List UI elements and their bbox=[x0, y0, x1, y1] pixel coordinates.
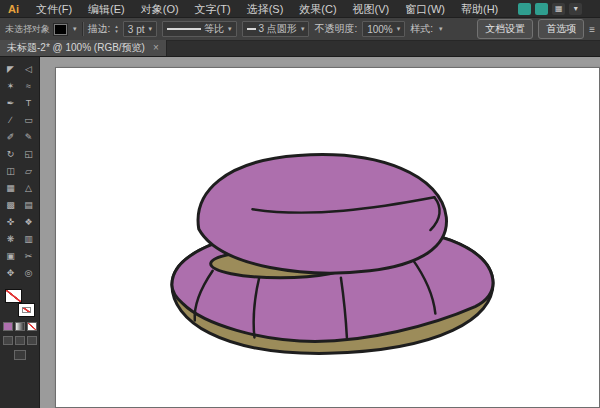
opacity-dropdown[interactable]: 100% ▾ bbox=[362, 21, 405, 37]
gradient-button[interactable] bbox=[15, 322, 25, 331]
rotate-tool[interactable]: ↻ bbox=[2, 145, 20, 162]
color-mode-row bbox=[3, 322, 37, 331]
direct-selection-tool[interactable]: ◁ bbox=[20, 60, 38, 77]
fill-stroke-indicator bbox=[5, 289, 35, 317]
app-logo: Ai bbox=[8, 0, 19, 18]
paintbrush-tool[interactable]: ✐ bbox=[2, 128, 20, 145]
draw-behind-button[interactable] bbox=[15, 336, 25, 345]
type-tool[interactable]: T bbox=[20, 94, 38, 111]
tools-grid: ◤◁✶≈✒T∕▭✐✎↻◱◫▱▦△▩▤✜❖❋▥▣✂✥◎ bbox=[2, 60, 38, 281]
width-tool[interactable]: ◫ bbox=[2, 162, 20, 179]
caret-icon: ▾ bbox=[301, 25, 305, 33]
fill-swatch[interactable] bbox=[5, 289, 22, 303]
brush-definition-dropdown[interactable]: 3 点圆形 ▾ bbox=[242, 21, 310, 37]
stroke-spinner[interactable]: ▴ ▾ bbox=[115, 24, 118, 34]
workspace-caret-icon[interactable]: ▾ bbox=[569, 3, 582, 15]
fill-caret-icon[interactable]: ▾ bbox=[73, 25, 77, 33]
caret-icon: ▾ bbox=[397, 25, 401, 33]
pencil-tool[interactable]: ✎ bbox=[20, 128, 38, 145]
lasso-tool[interactable]: ≈ bbox=[20, 77, 38, 94]
eyedropper-tool[interactable]: ✜ bbox=[2, 213, 20, 230]
document-setup-button[interactable]: 文档设置 bbox=[477, 19, 533, 39]
none-button[interactable] bbox=[27, 322, 37, 331]
style-caret-icon[interactable]: ▾ bbox=[439, 25, 443, 33]
slice-tool[interactable]: ✂ bbox=[20, 247, 38, 264]
stroke-weight-dropdown[interactable]: 3 pt ▾ bbox=[123, 21, 157, 37]
magic-wand-tool[interactable]: ✶ bbox=[2, 77, 20, 94]
brush-preview bbox=[247, 28, 256, 30]
menu-item[interactable]: 视图(V) bbox=[345, 0, 398, 18]
mesh-tool[interactable]: ▩ bbox=[2, 196, 20, 213]
opacity-value: 100% bbox=[367, 24, 393, 35]
line-segment-tool[interactable]: ∕ bbox=[2, 111, 20, 128]
stroke-profile-preview bbox=[167, 28, 201, 30]
menu-item[interactable]: 编辑(E) bbox=[80, 0, 133, 18]
shape-builder-tool[interactable]: ▦ bbox=[2, 179, 20, 196]
perspective-grid-tool[interactable]: △ bbox=[20, 179, 38, 196]
scale-tool[interactable]: ◱ bbox=[20, 145, 38, 162]
document-tab[interactable]: 未标题-2* @ 100% (RGB/预览) × bbox=[0, 40, 167, 56]
screen-mode-button[interactable] bbox=[14, 350, 26, 360]
gradient-tool[interactable]: ▤ bbox=[20, 196, 38, 213]
stroke-weight-value: 3 pt bbox=[128, 24, 145, 35]
menu-item[interactable]: 帮助(H) bbox=[453, 0, 506, 18]
width-profile-label: 等比 bbox=[204, 22, 224, 36]
color-button[interactable] bbox=[3, 322, 13, 331]
zoom-tool[interactable]: ◎ bbox=[20, 264, 38, 281]
menubar-right-icons: ▦▾ bbox=[518, 3, 582, 15]
control-bar: 未选择对象 ▾ 描边: ▴ ▾ 3 pt ▾ 等比 ▾ 3 点圆形 ▾ 不透明度… bbox=[0, 18, 600, 41]
menu-item[interactable]: 文件(F) bbox=[28, 0, 80, 18]
spinner-down-icon[interactable]: ▾ bbox=[115, 29, 118, 34]
menu-item[interactable]: 选择(S) bbox=[239, 0, 292, 18]
appbar-teal-icon-1[interactable] bbox=[518, 3, 531, 15]
dome-body[interactable] bbox=[198, 155, 446, 273]
draw-normal-button[interactable] bbox=[3, 336, 13, 345]
pen-tool[interactable]: ✒ bbox=[2, 94, 20, 111]
fill-color-swatch[interactable] bbox=[54, 24, 67, 35]
rectangle-tool[interactable]: ▭ bbox=[20, 111, 38, 128]
close-icon[interactable]: × bbox=[153, 43, 159, 53]
artwork-svg bbox=[56, 68, 599, 407]
preferences-button[interactable]: 首选项 bbox=[538, 19, 584, 39]
arrange-documents-icon[interactable]: ▦ bbox=[552, 3, 565, 15]
panel-menu-icon[interactable]: ≡ bbox=[589, 24, 595, 35]
canvas-pasteboard[interactable] bbox=[40, 57, 600, 408]
appbar-teal-icon-2[interactable] bbox=[535, 3, 548, 15]
hand-tool[interactable]: ✥ bbox=[2, 264, 20, 281]
main-area: ◤◁✶≈✒T∕▭✐✎↻◱◫▱▦△▩▤✜❖❋▥▣✂✥◎ bbox=[0, 57, 600, 408]
menubar-items: 文件(F)编辑(E)对象(O)文字(T)选择(S)效果(C)视图(V)窗口(W)… bbox=[28, 0, 506, 18]
document-tab-bar: 未标题-2* @ 100% (RGB/预览) × bbox=[0, 41, 600, 57]
menu-item[interactable]: 文字(T) bbox=[187, 0, 239, 18]
brush-label: 3 点圆形 bbox=[259, 22, 297, 36]
artboard[interactable] bbox=[55, 67, 600, 408]
menu-item[interactable]: 效果(C) bbox=[291, 0, 344, 18]
draw-mode-row bbox=[3, 336, 37, 345]
width-profile-dropdown[interactable]: 等比 ▾ bbox=[162, 21, 237, 37]
document-tab-title: 未标题-2* @ 100% (RGB/预览) bbox=[7, 41, 145, 55]
style-label: 样式: bbox=[410, 22, 433, 36]
stroke-swatch[interactable] bbox=[18, 303, 35, 317]
free-transform-tool[interactable]: ▱ bbox=[20, 162, 38, 179]
artboard-tool[interactable]: ▣ bbox=[2, 247, 20, 264]
tools-panel: ◤◁✶≈✒T∕▭✐✎↻◱◫▱▦△▩▤✜❖❋▥▣✂✥◎ bbox=[0, 57, 40, 408]
symbol-sprayer-tool[interactable]: ❋ bbox=[2, 230, 20, 247]
column-graph-tool[interactable]: ▥ bbox=[20, 230, 38, 247]
draw-inside-button[interactable] bbox=[27, 336, 37, 345]
blend-tool[interactable]: ❖ bbox=[20, 213, 38, 230]
caret-icon: ▾ bbox=[149, 25, 153, 33]
menu-item[interactable]: 对象(O) bbox=[133, 0, 187, 18]
selection-tool[interactable]: ◤ bbox=[2, 60, 20, 77]
separator bbox=[82, 22, 83, 36]
opacity-label: 不透明度: bbox=[314, 22, 357, 36]
caret-icon: ▾ bbox=[228, 25, 232, 33]
stroke-label: 描边: bbox=[88, 22, 111, 36]
selection-status: 未选择对象 bbox=[5, 25, 49, 34]
menu-bar: Ai 文件(F)编辑(E)对象(O)文字(T)选择(S)效果(C)视图(V)窗口… bbox=[0, 0, 600, 18]
menu-item[interactable]: 窗口(W) bbox=[397, 0, 453, 18]
controlbar-right: 文档设置 首选项 ≡ bbox=[477, 19, 595, 39]
